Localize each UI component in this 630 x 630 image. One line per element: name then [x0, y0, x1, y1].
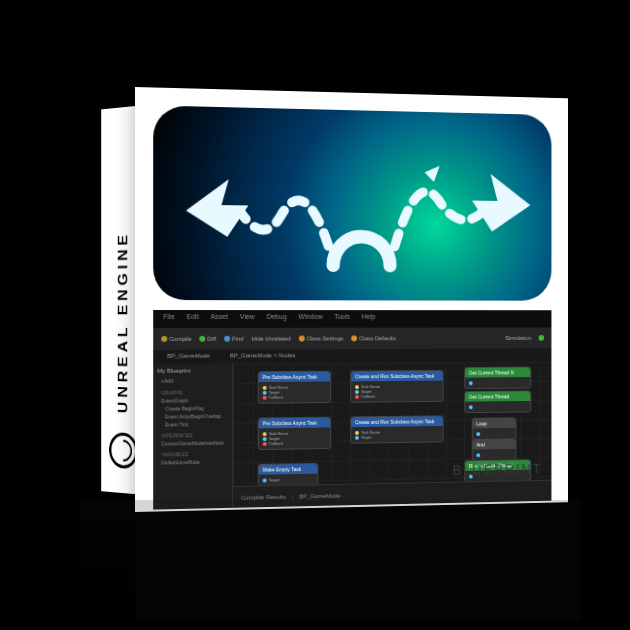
compile-button[interactable]: Compile: [161, 336, 191, 342]
tab-asset[interactable]: BP_GameMode: [161, 352, 216, 362]
node-pins: Task Name Target Callback: [259, 381, 330, 402]
bounce-arrows-icon: [153, 105, 551, 300]
node-pins: [473, 449, 516, 460]
node-pins: [473, 428, 516, 439]
interface-item[interactable]: CustomGameModeInterface: [157, 439, 228, 448]
menu-debug[interactable]: Debug: [267, 313, 287, 325]
node-pins: Task Name Target: [351, 426, 442, 443]
bp-node[interactable]: Loop: [472, 417, 517, 440]
compile-icon: [161, 336, 167, 342]
tab-breadcrumb: BP_GameMode > Nodes: [224, 351, 302, 361]
diff-icon: [199, 336, 205, 342]
graph-item[interactable]: Event Tick: [157, 420, 228, 429]
variable-item[interactable]: DefaultLevelNote: [157, 457, 228, 466]
node-title: Pre Subclass Async Task: [259, 372, 330, 382]
menu-file[interactable]: File: [163, 313, 174, 325]
node-title: Loop: [473, 418, 516, 428]
simulation-button[interactable]: Simulation: [505, 335, 531, 341]
add-button[interactable]: +Add: [157, 376, 228, 384]
bp-node[interactable]: Create and Run Subclass Async Task Task …: [350, 370, 443, 403]
gear-icon: [351, 335, 357, 341]
node-pins: [465, 377, 530, 388]
bp-node[interactable]: Create and Run Subclass Async Task Task …: [350, 415, 443, 443]
bp-node[interactable]: And: [472, 438, 517, 461]
node-pins: [465, 401, 530, 412]
menu-window[interactable]: Window: [298, 313, 322, 325]
editor-body: My Blueprint +Add GRAPHS EventGraph Crea…: [153, 362, 551, 510]
gear-icon: [299, 336, 305, 342]
bp-node[interactable]: Pre Subclass Async Task Task Name Target…: [258, 371, 331, 404]
bp-node[interactable]: Get Current Thread: [464, 390, 531, 413]
menu-view[interactable]: View: [240, 313, 255, 325]
bp-node[interactable]: Make Empty Task Target: [258, 463, 319, 487]
bp-node[interactable]: Get Current Thread N: [464, 367, 531, 390]
node-pins: Task Name Target Callback: [259, 427, 330, 449]
node-title: Get Current Thread N: [465, 368, 530, 378]
box-front-cover: File Edit Asset View Debug Window Tools …: [135, 87, 568, 512]
menu-tools[interactable]: Tools: [334, 313, 350, 325]
editor-toolbar: Compile Diff Find Hide Unrelated Class S…: [153, 327, 551, 350]
spine-brand: UNREAL ENGINE: [116, 230, 130, 413]
hero-graphic: [153, 105, 551, 300]
play-button[interactable]: [539, 335, 545, 341]
play-icon: [539, 335, 545, 341]
diff-button[interactable]: Diff: [199, 336, 216, 342]
unreal-logo-icon: [109, 432, 138, 470]
unreal-editor-screenshot: File Edit Asset View Debug Window Tools …: [153, 310, 551, 510]
compiler-status: BP_GameMode: [299, 492, 340, 499]
editor-menubar: File Edit Asset View Debug Window Tools …: [153, 310, 551, 328]
menu-asset[interactable]: Asset: [211, 313, 228, 325]
find-icon: [224, 336, 230, 342]
node-pins: Task Name Target Callback: [351, 381, 442, 402]
class-settings-button[interactable]: Class Settings: [299, 335, 344, 341]
my-blueprint-panel: My Blueprint +Add GRAPHS EventGraph Crea…: [153, 363, 233, 509]
class-defaults-button[interactable]: Class Defaults: [351, 335, 396, 341]
menu-edit[interactable]: Edit: [187, 313, 199, 325]
panel-header: My Blueprint: [157, 367, 228, 373]
blueprint-graph[interactable]: Pre Subclass Async Task Task Name Target…: [233, 362, 551, 508]
menu-help[interactable]: Help: [362, 313, 376, 325]
hide-button[interactable]: Hide Unrelated: [251, 336, 290, 342]
reflection: [80, 500, 570, 620]
bp-node[interactable]: Pre Subclass Async Task Task Name Target…: [258, 417, 331, 450]
find-button[interactable]: Find: [224, 336, 243, 342]
blueprint-watermark: BLUEPRINT: [452, 461, 542, 478]
